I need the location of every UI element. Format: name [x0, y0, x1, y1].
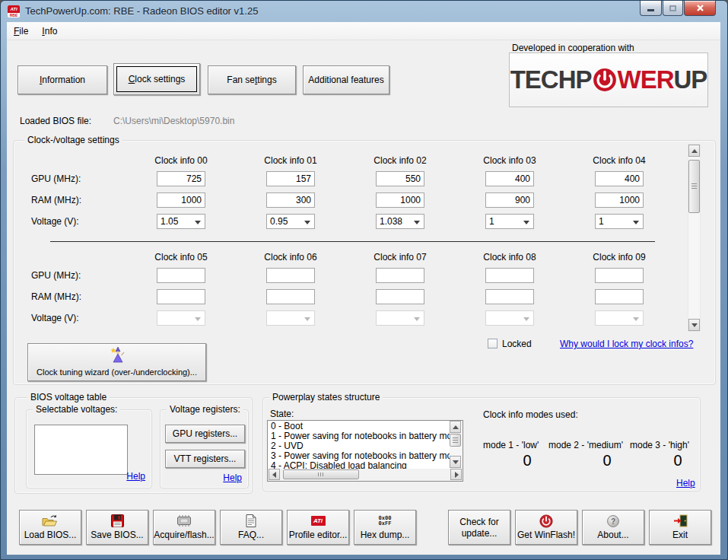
state-list-hscrollbar[interactable]	[268, 469, 463, 481]
voltage-select-09[interactable]	[595, 310, 644, 326]
voltage-registers-help-link[interactable]: Help	[223, 473, 242, 483]
gpu-mhz-input-08[interactable]	[485, 268, 534, 283]
clock-info-03-header: Clock info 03	[482, 155, 538, 166]
voltage-select-08[interactable]	[485, 310, 534, 326]
get-winflash-button[interactable]: Get WinFlash!	[515, 510, 577, 545]
hex-dump-button[interactable]: 0x000xFF Hex dump...	[354, 510, 416, 545]
clock-info-07-header: Clock info 07	[372, 252, 428, 262]
exit-button[interactable]: Exit	[649, 510, 711, 545]
clock-voltage-group-title: Clock-/voltage settings	[24, 135, 122, 145]
menu-info[interactable]: Info	[35, 24, 64, 39]
voltage-select-02[interactable]: 1.038	[376, 214, 424, 229]
about-button[interactable]: ? About...	[582, 510, 644, 545]
ram-mhz-input-07[interactable]	[376, 289, 424, 304]
scroll-thumb[interactable]	[450, 434, 461, 447]
selectable-voltages-help-link[interactable]: Help	[126, 471, 145, 482]
voltage-select-00[interactable]: 1.05	[157, 214, 205, 229]
power-icon	[516, 514, 577, 528]
ram-row-label: RAM (MHz):	[31, 195, 81, 205]
scroll-left-button[interactable]	[269, 469, 280, 480]
ram-mhz-input-04[interactable]	[595, 192, 644, 208]
check-for-update-button[interactable]: Check for update...	[448, 510, 510, 545]
ram-mhz-input-09[interactable]	[595, 289, 644, 304]
tab-information[interactable]: Information	[17, 65, 107, 94]
gpu-mhz-input-07[interactable]	[376, 268, 424, 283]
document-icon	[221, 514, 281, 528]
triangle-up-icon	[691, 149, 698, 153]
locked-checkbox[interactable]	[488, 339, 498, 348]
chevron-down-icon	[523, 221, 529, 224]
scroll-down-button[interactable]	[450, 456, 461, 468]
gpu-mhz-input-05[interactable]	[157, 268, 205, 283]
chevron-down-icon	[414, 221, 420, 224]
gpu-registers-button[interactable]: GPU registers...	[165, 425, 245, 443]
voltage-select-03[interactable]: 1	[485, 214, 534, 229]
profile-editor-button[interactable]: ATi Profile editor...	[287, 510, 349, 545]
state-list-item[interactable]: 1 - Power saving for notebooks in batter…	[269, 431, 450, 441]
floppy-disk-icon	[87, 514, 148, 528]
menu-file[interactable]: File	[7, 24, 35, 39]
powerplay-state-listbox[interactable]: 0 - Boot 1 - Power saving for notebooks …	[267, 420, 463, 482]
vtt-registers-button[interactable]: VTT registers...	[165, 450, 245, 468]
state-list-item[interactable]: 2 - UVD	[269, 441, 450, 451]
hex-text-icon: 0x000xFF	[354, 514, 415, 528]
ram-row-label-2: RAM (MHz):	[31, 291, 81, 302]
clock-info-06-header: Clock info 06	[262, 252, 319, 262]
gpu-mhz-input-01[interactable]	[266, 171, 315, 186]
clock-info-05-header: Clock info 05	[153, 252, 209, 262]
scroll-thumb[interactable]	[688, 160, 700, 213]
state-list-vscrollbar[interactable]	[450, 421, 463, 469]
voltage-select-04[interactable]: 1	[595, 214, 644, 229]
clock-info-08-header: Clock info 08	[482, 252, 538, 262]
scroll-down-button[interactable]	[688, 319, 700, 331]
clock-group-scrollbar[interactable]	[688, 144, 701, 332]
voltage-select-07[interactable]	[376, 310, 424, 326]
maximize-button[interactable]	[663, 1, 683, 16]
clock-tuning-wizard-button[interactable]: Clock tuning wizard (over-/underclocking…	[27, 343, 206, 381]
state-list-item[interactable]: 4 - ACPI: Disabled load balancing	[269, 461, 450, 469]
selectable-voltages-listbox[interactable]	[34, 425, 128, 475]
tab-fan-settings[interactable]: Fan settings	[208, 65, 296, 94]
clock-info-09-header: Clock info 09	[591, 252, 647, 262]
scroll-right-button[interactable]	[450, 469, 462, 480]
voltage-select-01[interactable]: 0.95	[266, 214, 315, 229]
chevron-down-icon	[523, 317, 529, 321]
title-bar[interactable]: ATI RBE TechPowerUp.com: RBE - Radeon BI…	[1, 1, 727, 22]
gpu-mhz-input-02[interactable]	[376, 171, 424, 186]
load-bios-button[interactable]: Load BIOS...	[19, 510, 81, 545]
ram-mhz-input-08[interactable]	[485, 289, 534, 304]
gpu-mhz-input-09[interactable]	[595, 268, 644, 283]
selectable-voltages-title: Selectable voltages:	[33, 404, 120, 415]
selectable-voltages-group: Selectable voltages: Help	[26, 409, 152, 488]
tab-clock-settings[interactable]: Clock settings	[113, 63, 200, 95]
modes-help-link[interactable]: Help	[676, 478, 695, 488]
gpu-mhz-input-04[interactable]	[595, 171, 644, 186]
voltage-registers-group: Voltage registers: GPU registers... VTT …	[160, 409, 249, 488]
close-button[interactable]	[684, 1, 716, 16]
scroll-thumb[interactable]	[283, 469, 359, 479]
minimize-button[interactable]	[640, 1, 662, 16]
state-list-item[interactable]: 3 - Power saving for notebooks in batter…	[269, 451, 450, 461]
gpu-mhz-input-06[interactable]	[266, 268, 315, 283]
faq-button[interactable]: FAQ...	[220, 510, 282, 545]
lock-info-link[interactable]: Why would I lock my clock infos?	[560, 339, 693, 349]
state-list-item[interactable]: 0 - Boot	[269, 422, 450, 431]
chevron-down-icon	[195, 221, 201, 224]
clock-info-06-column: Clock info 06	[262, 252, 319, 328]
tab-additional-features[interactable]: Additional features	[303, 65, 389, 94]
ram-mhz-input-03[interactable]	[485, 192, 534, 208]
bios-voltage-table-group: BIOS voltage table Selectable voltages: …	[14, 397, 253, 494]
ram-mhz-input-05[interactable]	[157, 289, 205, 304]
ram-mhz-input-01[interactable]	[266, 192, 315, 208]
ram-mhz-input-02[interactable]	[376, 192, 424, 208]
gpu-mhz-input-00[interactable]	[157, 171, 205, 186]
scroll-up-button[interactable]	[450, 421, 461, 433]
ram-mhz-input-00[interactable]	[157, 192, 205, 208]
acquire-flash-button[interactable]: Acquire/flash...	[153, 510, 215, 545]
gpu-mhz-input-03[interactable]	[485, 171, 534, 186]
voltage-select-05[interactable]	[157, 310, 205, 326]
scroll-up-button[interactable]	[688, 145, 700, 157]
save-bios-button[interactable]: Save BIOS...	[86, 510, 148, 545]
voltage-select-06[interactable]	[266, 310, 315, 326]
ram-mhz-input-06[interactable]	[266, 289, 315, 304]
